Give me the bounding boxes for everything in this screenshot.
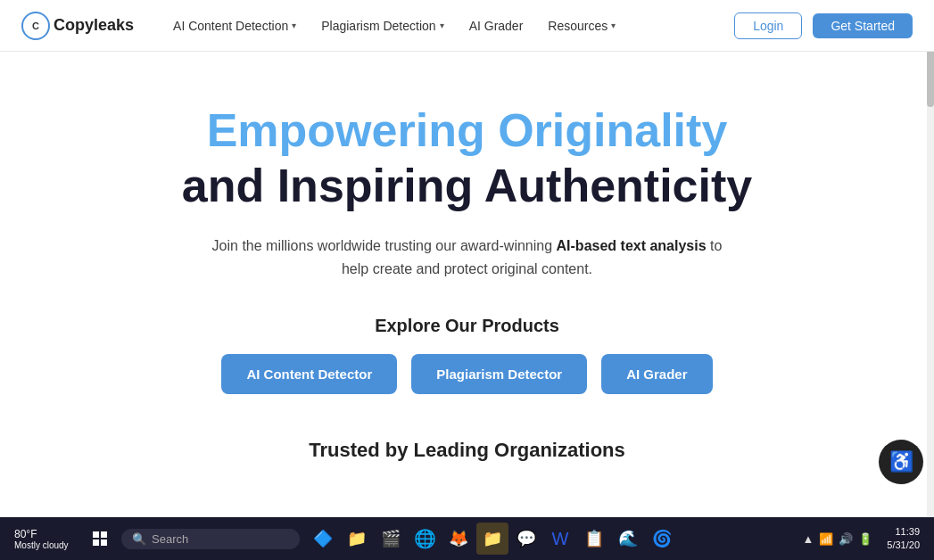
taskbar-media-icon[interactable]: 🎬 <box>375 523 407 555</box>
windows-icon <box>93 531 107 546</box>
taskbar-chrome-icon[interactable]: 🌐 <box>409 523 441 555</box>
hero-subtitle-bold: AI-based text analysis <box>557 238 707 253</box>
trusted-title: Trusted by Leading Organizations <box>309 439 625 462</box>
logo-icon: C <box>21 12 50 40</box>
get-started-button[interactable]: Get Started <box>813 13 913 38</box>
taskbar-arrow-icon[interactable]: ▲ <box>802 532 814 546</box>
taskbar-weather: 80°F Mostly cloudy <box>7 524 79 554</box>
taskbar-browser2-icon[interactable]: 🌊 <box>612 523 644 555</box>
nav-links: AI Content Detection ▾ Plagiarism Detect… <box>162 12 734 40</box>
taskbar-time[interactable]: 11:39 5/31/20 <box>880 525 927 553</box>
nav-ai-grader-label: AI Grader <box>469 19 524 33</box>
nav-plagiarism-detection[interactable]: Plagiarism Detection ▾ <box>310 12 454 40</box>
taskbar-sys-icons: ▲ 📶 🔊 🔋 <box>802 532 872 546</box>
nav-resources-label: Resources <box>548 19 608 33</box>
taskbar-app-icons: 🔷 📁 🎬 🌐 🦊 📁 💬 W 📋 🌊 🌀 <box>307 523 678 555</box>
taskbar-search[interactable]: 🔍 Search <box>121 529 300 549</box>
hero-subtitle-plain: Join the millions worldwide trusting our… <box>212 238 557 253</box>
taskbar-right: ▲ 📶 🔊 🔋 11:39 5/31/20 <box>802 525 927 553</box>
nav-plagiarism-detection-label: Plagiarism Detection <box>321 19 435 33</box>
weather-temp: 80°F <box>14 528 71 540</box>
ai-content-detector-button[interactable]: AI Content Detector <box>221 354 397 394</box>
start-button[interactable] <box>86 524 114 553</box>
nav-ai-grader[interactable]: AI Grader <box>459 12 534 40</box>
login-button[interactable]: Login <box>734 12 802 39</box>
taskbar-search-placeholder: Search <box>152 532 188 546</box>
accessibility-icon: ♿ <box>889 450 913 474</box>
clock-time: 11:39 <box>887 525 920 539</box>
taskbar-firefox-icon[interactable]: 🦊 <box>442 523 475 555</box>
taskbar-edge2-icon[interactable]: 🌀 <box>646 523 678 555</box>
taskbar-wifi-icon[interactable]: 📶 <box>819 532 833 546</box>
nav-ai-content-detection[interactable]: AI Content Detection ▾ <box>162 12 307 40</box>
nav-ai-content-detection-label: AI Content Detection <box>173 19 288 33</box>
taskbar-sound-icon[interactable]: 🔊 <box>839 532 853 546</box>
plagiarism-detector-button[interactable]: Plagiarism Detector <box>411 354 587 394</box>
weather-desc: Mostly cloudy <box>14 540 71 550</box>
taskbar-explorer-icon[interactable]: 📁 <box>341 523 373 555</box>
taskbar-edge-icon[interactable]: 🔷 <box>307 523 339 555</box>
taskbar-battery-icon[interactable]: 🔋 <box>858 532 872 546</box>
chevron-down-icon: ▾ <box>292 21 296 30</box>
product-buttons: AI Content Detector Plagiarism Detector … <box>221 354 712 394</box>
taskbar-notes-icon[interactable]: 📋 <box>578 523 610 555</box>
logo[interactable]: C Copyleaks <box>21 12 134 40</box>
clock-date: 5/31/20 <box>887 539 920 552</box>
ai-grader-button[interactable]: AI Grader <box>601 354 712 394</box>
chevron-down-icon: ▾ <box>611 21 616 30</box>
chevron-down-icon: ▾ <box>440 21 444 30</box>
navbar: C Copyleaks AI Content Detection ▾ Plagi… <box>0 0 934 52</box>
scrollbar[interactable] <box>927 0 934 560</box>
taskbar-discord-icon[interactable]: 💬 <box>510 523 542 555</box>
hero-title-dark: and Inspiring Authenticity <box>182 160 752 213</box>
nav-actions: Login Get Started <box>734 12 913 39</box>
taskbar-files-icon[interactable]: 📁 <box>476 523 508 555</box>
hero-title-blue: Empowering Originality <box>207 105 728 156</box>
hero-subtitle: Join the millions worldwide trusting our… <box>200 235 735 280</box>
search-icon: 🔍 <box>132 532 146 546</box>
taskbar-word-icon[interactable]: W <box>544 523 576 555</box>
taskbar: 80°F Mostly cloudy 🔍 Search 🔷 📁 🎬 🌐 🦊 📁 … <box>0 517 934 560</box>
hero-section: Empowering Originality and Inspiring Aut… <box>0 52 934 498</box>
accessibility-button[interactable]: ♿ <box>879 440 923 484</box>
nav-resources[interactable]: Resources ▾ <box>537 12 626 40</box>
explore-products-title: Explore Our Products <box>375 316 559 336</box>
logo-text: Copyleaks <box>54 16 134 35</box>
